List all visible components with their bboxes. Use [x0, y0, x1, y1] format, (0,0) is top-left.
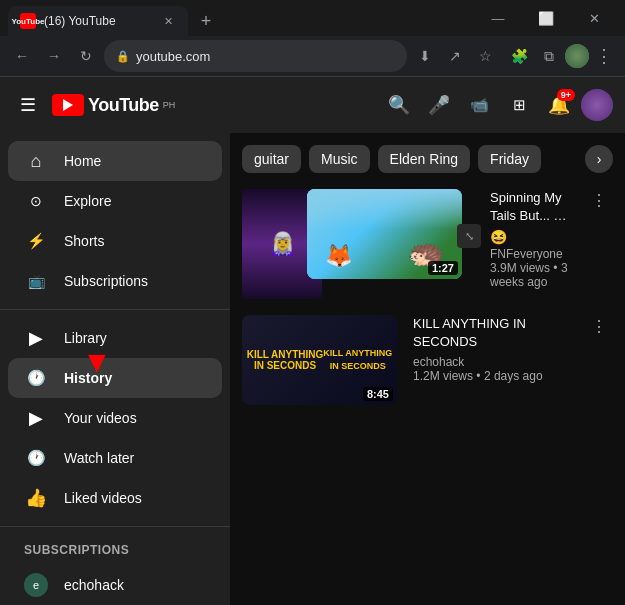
filter-chip-elden-ring[interactable]: Elden Ring — [378, 145, 471, 173]
video-meta-sonic: 3.9M views • 3 weeks ago — [490, 261, 577, 289]
shorts-icon: ⚡ — [24, 232, 48, 250]
subscriptions-icon: 📺 — [24, 273, 48, 289]
video-more-button-sonic[interactable]: ⋮ — [585, 189, 613, 299]
apps-grid-button[interactable]: ⊞ — [501, 87, 537, 123]
notification-badge: 9+ — [557, 89, 575, 101]
youtube-logo-icon — [52, 94, 84, 116]
sidebar-label-shorts: Shorts — [64, 233, 104, 249]
video-row-sonic: 🧝‍♀️ 🦔 🦊 1:27 ⤡ — [242, 189, 613, 299]
subscriptions-section-title: SUBSCRIPTIONS — [0, 535, 230, 565]
sidebar-label-explore: Explore — [64, 193, 111, 209]
home-icon: ⌂ — [24, 151, 48, 172]
sidebar: ⌂ Home ⊙ Explore ⚡ Shorts 📺 Subscription… — [0, 133, 230, 605]
sidebar-item-home[interactable]: ⌂ Home — [8, 141, 222, 181]
filter-chip-music[interactable]: Music — [309, 145, 370, 173]
sidebar-label-watch-later: Watch later — [64, 450, 134, 466]
reload-button[interactable]: ↻ — [72, 42, 100, 70]
tab-title: (16) YouTube — [44, 14, 152, 28]
expand-icon[interactable]: ⤡ — [457, 224, 481, 248]
echohack-avatar: e — [24, 573, 48, 597]
sidebar-item-your-videos[interactable]: ▶ Your videos — [8, 398, 222, 438]
youtube-app: ☰ YouTubePH 🔍 🎤 📹 ⊞ 🔔 9+ ⌂ Home — [0, 77, 625, 605]
new-tab-button[interactable]: + — [192, 7, 220, 35]
sidebar-item-watch-later[interactable]: 🕐 Watch later — [8, 438, 222, 478]
video-channel-sonic[interactable]: FNFeveryone — [490, 247, 577, 261]
video-channel-kill[interactable]: echohack — [413, 355, 569, 369]
sidebar-label-liked-videos: Liked videos — [64, 490, 142, 506]
video-title-kill[interactable]: KILL ANYTHING IN SECONDS — [413, 315, 569, 351]
window-controls: — ⬜ ✕ — [475, 3, 617, 39]
sidebar-label-echohack: echohack — [64, 577, 124, 593]
header-icons: 🔍 🎤 📹 ⊞ 🔔 9+ — [381, 87, 613, 123]
browser-chrome: YouTube (16) YouTube ✕ + — ⬜ ✕ ← → ↻ 🔒 y… — [0, 0, 625, 77]
kill-duration: 8:45 — [363, 387, 393, 401]
forward-button[interactable]: → — [40, 42, 68, 70]
video-more-button-kill[interactable]: ⋮ — [585, 315, 613, 405]
bookmark-icon[interactable]: ☆ — [471, 42, 499, 70]
video-grid: 🧝‍♀️ 🦔 🦊 1:27 ⤡ — [230, 181, 625, 413]
close-window-button[interactable]: ✕ — [571, 3, 617, 33]
filter-chip-friday[interactable]: Friday — [478, 145, 541, 173]
video-thumbnail-sonic[interactable]: 🦔 🦊 1:27 — [307, 189, 462, 279]
filter-next-button[interactable]: › — [585, 145, 613, 173]
youtube-header: ☰ YouTubePH 🔍 🎤 📹 ⊞ 🔔 9+ — [0, 77, 625, 133]
url-bar[interactable]: 🔒 youtube.com — [104, 40, 407, 72]
sidebar-item-history[interactable]: 🕐 History — [8, 358, 222, 398]
sidebar-item-explore[interactable]: ⊙ Explore — [8, 181, 222, 221]
video-row-kill: KILL ANYTHINGIN SECONDS 8:45 KILL ANYTHI… — [242, 315, 613, 405]
youtube-logo[interactable]: YouTubePH — [52, 94, 175, 116]
video-meta-kill: 1.2M views • 2 days ago — [413, 369, 569, 383]
watch-later-icon: 🕐 — [24, 449, 48, 467]
sidebar-item-shorts[interactable]: ⚡ Shorts — [8, 221, 222, 261]
sidebar-divider-2 — [0, 526, 230, 527]
sidebar-item-library[interactable]: ▶ Library — [8, 318, 222, 358]
user-avatar[interactable] — [581, 89, 613, 121]
url-text: youtube.com — [136, 49, 210, 64]
youtube-region: PH — [163, 100, 176, 110]
sidebar-label-subscriptions: Subscriptions — [64, 273, 148, 289]
active-tab[interactable]: YouTube (16) YouTube ✕ — [8, 6, 188, 36]
sidebar-label-home: Home — [64, 153, 101, 169]
download-icon[interactable]: ⬇ — [411, 42, 439, 70]
sidebar-item-liked-videos[interactable]: 👍 Liked videos — [8, 478, 222, 518]
browser-profile-avatar[interactable] — [565, 44, 589, 68]
sidebar-label-library: Library — [64, 330, 107, 346]
address-bar: ← → ↻ 🔒 youtube.com ⬇ ↗ ☆ 🧩 ⧉ ⋮ — [0, 36, 625, 76]
explore-icon: ⊙ — [24, 193, 48, 209]
video-info-sonic: Spinning My Tails But... 😆😆 😆 FNFeveryon… — [482, 189, 585, 299]
tab-close-button[interactable]: ✕ — [160, 13, 176, 29]
browser-menu-button[interactable]: ⋮ — [591, 41, 617, 71]
channel-emoji-sonic: 😆 — [490, 229, 507, 245]
notifications-button[interactable]: 🔔 9+ — [541, 87, 577, 123]
sonic-duration: 1:27 — [428, 261, 458, 275]
sidebar-item-subscriptions[interactable]: 📺 Subscriptions — [8, 261, 222, 301]
history-icon: 🕐 — [24, 369, 48, 387]
lock-icon: 🔒 — [116, 50, 130, 63]
back-button[interactable]: ← — [8, 42, 36, 70]
youtube-logo-text: YouTube — [88, 95, 159, 116]
share-icon[interactable]: ↗ — [441, 42, 469, 70]
sidebar-label-history: History — [64, 370, 112, 386]
library-icon: ▶ — [24, 327, 48, 349]
minimize-button[interactable]: — — [475, 3, 521, 33]
menu-icon[interactable]: ☰ — [12, 86, 44, 124]
create-video-button[interactable]: 📹 — [461, 87, 497, 123]
video-title-sonic[interactable]: Spinning My Tails But... 😆😆 — [490, 189, 577, 225]
tab-bar: YouTube (16) YouTube ✕ + — ⬜ ✕ — [0, 0, 625, 36]
filter-chip-guitar[interactable]: guitar — [242, 145, 301, 173]
video-thumbnail-kill[interactable]: KILL ANYTHINGIN SECONDS 8:45 — [242, 315, 397, 405]
channel-row-sonic: 😆 — [490, 229, 577, 245]
filter-bar: guitar Music Elden Ring Friday › — [230, 133, 625, 181]
sidebar-divider-1 — [0, 309, 230, 310]
search-button[interactable]: 🔍 — [381, 87, 417, 123]
sidebar-item-echohack[interactable]: e echohack — [8, 565, 222, 605]
extensions-icon[interactable]: 🧩 — [505, 42, 533, 70]
maximize-button[interactable]: ⬜ — [523, 3, 569, 33]
youtube-main: ⌂ Home ⊙ Explore ⚡ Shorts 📺 Subscription… — [0, 133, 625, 605]
content-area[interactable]: guitar Music Elden Ring Friday › 🧝‍♀️ — [230, 133, 625, 605]
your-videos-icon: ▶ — [24, 407, 48, 429]
sidebar-label-your-videos: Your videos — [64, 410, 137, 426]
split-view-icon[interactable]: ⧉ — [535, 42, 563, 70]
tab-favicon: YouTube — [20, 13, 36, 29]
microphone-button[interactable]: 🎤 — [421, 87, 457, 123]
